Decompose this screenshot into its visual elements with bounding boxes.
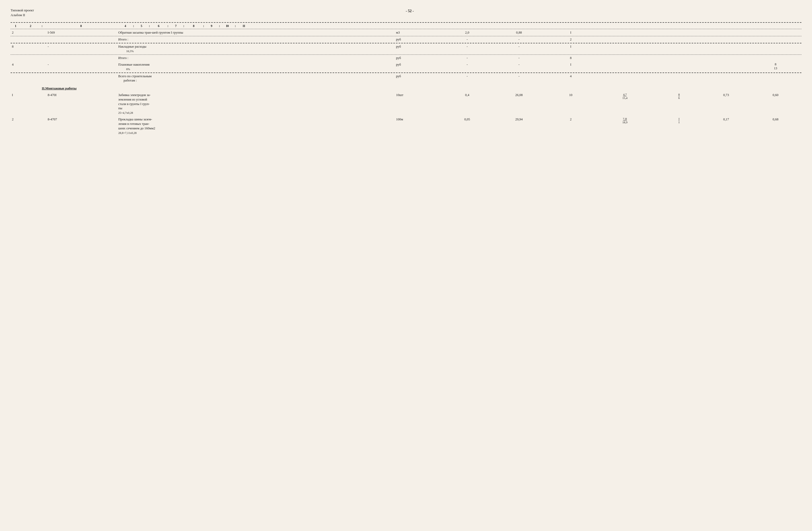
row-c7: I xyxy=(547,29,594,36)
row-c5: - xyxy=(444,43,491,55)
row-c5: 2,0 xyxy=(444,29,491,36)
row-unit: руб xyxy=(395,73,444,84)
fraction-top: 8 xyxy=(678,93,680,96)
col-header-2: 2 xyxy=(20,24,41,28)
row-unit: руб xyxy=(395,61,444,72)
row-c11: 0,60 xyxy=(750,92,801,116)
row-c10 xyxy=(702,61,750,72)
row-c7: I xyxy=(547,43,594,55)
row-desc: Забивка электродов за- земления из углов… xyxy=(117,92,394,116)
fraction-top: I xyxy=(679,117,680,121)
row-c10: 0,73 xyxy=(702,92,750,116)
row-desc: Прокладка шины зазем- ления в готовых тр… xyxy=(117,116,394,136)
row-desc: Обратная засыпка тран-шей грунтом I груп… xyxy=(117,29,394,36)
table-row-zabivka: I 8-470I Забивка электродов за- земления… xyxy=(11,92,801,116)
row-c8 xyxy=(594,36,655,43)
row-num: 4 xyxy=(11,61,46,72)
col-header-4: 4 xyxy=(118,24,132,28)
col-header-5: 5 xyxy=(135,24,148,28)
col-header-7: 7 xyxy=(169,24,183,28)
row-c6: 29,94 xyxy=(491,116,547,136)
row-num: I xyxy=(11,92,46,116)
row-unit: 100м xyxy=(395,116,444,136)
table-row: 2 I-569 Обратная засыпка тран-шей грунто… xyxy=(11,29,801,36)
row-c8 xyxy=(594,61,655,72)
fraction-bot: 15,4 xyxy=(622,96,627,99)
row-unit: руб xyxy=(395,43,444,55)
col-header-9: 9 xyxy=(205,24,218,28)
row-c8: 4,7 15,4 xyxy=(594,92,655,116)
album-label: Альбом II xyxy=(11,13,34,17)
row-code: - xyxy=(46,43,117,55)
table-row-prokladka: 2 8-4707 Прокладка шины зазем- ления в г… xyxy=(11,116,801,136)
row-c6: - xyxy=(491,36,547,43)
row-code: - xyxy=(46,61,117,72)
row-code xyxy=(46,55,117,61)
row-c11 xyxy=(750,43,801,55)
table-row: 4 - Плановые накопления 6% руб - - I 8 1… xyxy=(11,61,801,72)
project-title: Типовой проект xyxy=(11,8,34,13)
row-c8 xyxy=(594,55,655,61)
row-num xyxy=(11,55,46,61)
row-c6: - xyxy=(491,73,547,84)
row-c10 xyxy=(702,36,750,43)
row-unit: руб xyxy=(395,36,444,43)
page-container: Типовой проект Альбом II - 52 - 1 2 : 8 … xyxy=(11,8,801,136)
col-header-11: II xyxy=(237,24,251,28)
row-c5: 0,05 xyxy=(444,116,491,136)
fraction-bot: 18,9 xyxy=(622,121,627,124)
row-c9 xyxy=(655,61,702,72)
row-c5: - xyxy=(444,36,491,43)
row-c11 xyxy=(750,36,801,43)
header-left: Типовой проект Альбом II xyxy=(11,8,34,17)
row-c9 xyxy=(655,73,702,84)
page-header: Типовой проект Альбом II - 52 - xyxy=(11,8,801,17)
page-number: - 52 - xyxy=(406,9,414,13)
row-desc: Накладные расходы 16,5% xyxy=(117,43,394,55)
itogo-row-1: Итого : руб - - 2 xyxy=(11,36,801,43)
row-num: 2 xyxy=(11,29,46,36)
section-title: II.Монтажные работы xyxy=(11,84,801,92)
row-num: 2 xyxy=(11,116,46,136)
row-code: 8-470I xyxy=(46,92,117,116)
col-header-8: 8 xyxy=(185,24,202,28)
fraction-bot: 6 xyxy=(678,96,680,99)
row-c6: - xyxy=(491,43,547,55)
row-c9: 8 6 xyxy=(655,92,702,116)
row-desc: Всего по строительным работам : xyxy=(117,73,394,84)
row-unit: руб xyxy=(395,55,444,61)
row-c7: 2 xyxy=(547,116,594,136)
row-num: 8 xyxy=(11,43,46,55)
content-table: 2 I-569 Обратная засыпка тран-шей грунто… xyxy=(11,29,801,136)
row-c7: 4 xyxy=(547,73,594,84)
row-desc: Плановые накопления 6% xyxy=(117,61,394,72)
fraction-top: 7,II xyxy=(623,117,627,121)
row-c10 xyxy=(702,29,750,36)
row-code xyxy=(46,73,117,84)
itogo-row-2: Итого : руб - - 8 xyxy=(11,55,801,61)
row-c10 xyxy=(702,73,750,84)
table-row: 8 - Накладные расходы 16,5% руб - - I xyxy=(11,43,801,55)
row-desc: Итого : xyxy=(117,55,394,61)
col-header-10: I0 xyxy=(221,24,234,28)
row-unit: 10шт xyxy=(395,92,444,116)
column-header-area: 1 2 : 8 4 : 5 : 6 : 7 : 8 : 9 : I0 : II xyxy=(11,22,801,29)
row-c8 xyxy=(594,29,655,36)
section-header-row: II.Монтажные работы xyxy=(11,84,801,92)
row-c7: 8 xyxy=(547,55,594,61)
vsego-row: Всего по строительным работам : руб - - … xyxy=(11,73,801,84)
row-c6: 26,08 xyxy=(491,92,547,116)
row-c9: I I xyxy=(655,116,702,136)
row-c7: I xyxy=(547,61,594,72)
row-code: I-569 xyxy=(46,29,117,36)
row-num xyxy=(11,73,46,84)
row-c5: 0,4 xyxy=(444,92,491,116)
row-c5: - xyxy=(444,73,491,84)
row-c8 xyxy=(594,43,655,55)
row-c9 xyxy=(655,43,702,55)
row-c10 xyxy=(702,43,750,55)
row-c11 xyxy=(750,55,801,61)
row-c11 xyxy=(750,73,801,84)
row-unit: м3 xyxy=(395,29,444,36)
row-code xyxy=(46,36,117,43)
